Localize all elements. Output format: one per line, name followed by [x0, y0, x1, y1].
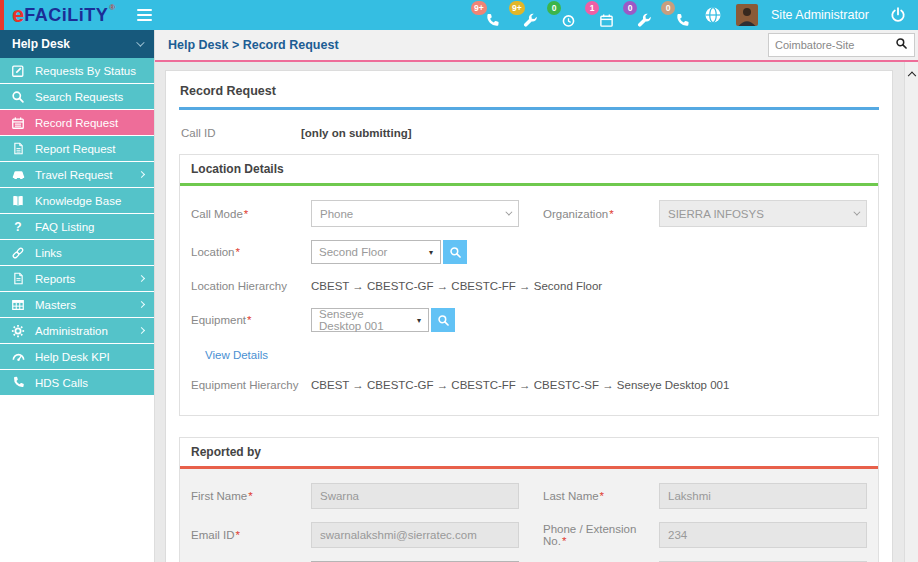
notification-badge: 0 — [661, 1, 675, 15]
sidebar-item-label: Search Requests — [35, 91, 123, 103]
breadcrumb: Help Desk > Record Request — [168, 38, 339, 52]
table-icon — [10, 297, 26, 313]
sidebar-item-masters[interactable]: Masters — [0, 292, 154, 317]
calendar-icon — [10, 115, 26, 131]
top-header-bar: eFACiLiTY® 9+ 9+ 0 1 — [0, 0, 918, 30]
email-field[interactable] — [311, 522, 519, 548]
caret-down-icon — [417, 316, 421, 325]
chevron-down-icon — [136, 38, 144, 46]
location-label: Location — [191, 246, 311, 258]
section-title: Location Details — [180, 155, 878, 186]
email-phone-row: Email ID Phone / Extension No. — [191, 522, 867, 548]
efacility-app: eFACiLiTY® 9+ 9+ 0 1 — [0, 0, 918, 562]
first-name-field[interactable] — [311, 483, 519, 509]
scrollbar[interactable] — [904, 62, 918, 562]
sidebar-item-help-desk-kpi[interactable]: Help Desk KPI — [0, 344, 154, 369]
site-search-box — [768, 33, 915, 57]
notification-badge: 1 — [585, 1, 599, 15]
search-icon — [10, 89, 26, 105]
registered-mark: ® — [109, 4, 115, 12]
call-mode-select[interactable]: Phone — [311, 200, 519, 227]
hamburger-menu-icon[interactable] — [137, 6, 152, 24]
chevron-right-icon — [138, 301, 145, 308]
chevron-right-icon — [138, 171, 145, 178]
sidebar-item-label: Record Request — [35, 117, 118, 129]
file-icon — [10, 271, 26, 287]
search-icon[interactable] — [895, 36, 908, 54]
notification-badge: 0 — [623, 1, 637, 15]
location-row: Location Second Floor — [191, 240, 867, 264]
site-search-input[interactable] — [775, 39, 895, 51]
sidebar-item-label: HDS Calls — [35, 377, 88, 389]
car-icon — [10, 167, 26, 183]
view-details-link[interactable]: View Details — [205, 349, 268, 361]
sidebar-item-hds-calls[interactable]: HDS Calls — [0, 370, 154, 395]
question-icon: ? — [10, 219, 26, 235]
sidebar-item-label: FAQ Listing — [35, 221, 94, 233]
header-actions: 9+ 9+ 0 1 0 — [475, 3, 918, 28]
work-orders-notification[interactable]: 9+ — [513, 3, 538, 28]
sidebar-module-label: Help Desk — [12, 37, 70, 51]
equipment-combo[interactable]: Senseye Desktop 001 — [311, 308, 429, 332]
sidebar-item-label: Requests By Status — [35, 65, 136, 77]
sidebar-item-label: Help Desk KPI — [35, 351, 110, 363]
notification-badge: 0 — [547, 1, 561, 15]
page-title: Record Request — [179, 81, 879, 110]
location-hierarchy-row: Location Hierarchy CBEST → CBESTC-GF → C… — [191, 277, 867, 295]
sidebar-item-report-request[interactable]: Report Request — [0, 136, 154, 161]
sidebar-item-links[interactable]: Links — [0, 240, 154, 265]
book-icon — [10, 193, 26, 209]
calendar-notification[interactable]: 1 — [589, 3, 614, 28]
phone-extension-field[interactable] — [659, 522, 867, 548]
location-details-section: Location Details Call Mode Phone Organiz… — [179, 154, 879, 416]
power-icon[interactable] — [890, 7, 906, 23]
name-row: First Name Last Name — [191, 483, 867, 509]
view-details-row: View Details — [191, 345, 867, 363]
first-name-label: First Name — [191, 490, 311, 502]
scroll-up-arrow[interactable] — [908, 72, 916, 80]
breadcrumb-bar: Help Desk > Record Request — [155, 30, 918, 62]
sidebar-item-travel-request[interactable]: Travel Request — [0, 162, 154, 187]
user-name[interactable]: Site Administrator — [771, 8, 869, 22]
call-mode-label: Call Mode — [191, 208, 311, 220]
last-name-field[interactable] — [659, 483, 867, 509]
user-avatar[interactable] — [736, 4, 758, 26]
edit-icon — [10, 63, 26, 79]
sidebar-item-administration[interactable]: Administration — [0, 318, 154, 343]
chevron-right-icon — [138, 275, 145, 282]
organization-select[interactable]: SIERRA INFOSYS — [659, 200, 867, 227]
call-id-label: Call ID — [181, 127, 301, 139]
calls-notification[interactable]: 0 — [665, 3, 690, 28]
location-search-button[interactable] — [443, 240, 467, 264]
equipment-row: Equipment Senseye Desktop 001 — [191, 308, 867, 332]
equipment-search-button[interactable] — [431, 308, 455, 332]
brand-accent-strip — [0, 0, 4, 30]
location-hierarchy-value: CBEST → CBESTC-GF → CBESTC-FF → Second F… — [311, 280, 602, 292]
phone-icon — [10, 375, 26, 391]
gears-icon — [10, 323, 26, 339]
equipment-hierarchy-row: Equipment Hierarchy CBEST → CBESTC-GF → … — [191, 376, 867, 394]
sidebar-item-knowledge-base[interactable]: Knowledge Base — [0, 188, 154, 213]
call-mode-organization-row: Call Mode Phone Organization SIERRA INFO… — [191, 200, 867, 227]
helpdesk-calls-notification[interactable]: 9+ — [475, 3, 500, 28]
sidebar-module-selector[interactable]: Help Desk — [0, 30, 154, 58]
sidebar-item-label: Travel Request — [35, 169, 113, 181]
equipment-label: Equipment — [191, 314, 311, 326]
sidebar-item-faq-listing[interactable]: ? FAQ Listing — [0, 214, 154, 239]
chevron-down-icon — [853, 209, 860, 216]
sidebar-item-record-request[interactable]: Record Request — [0, 110, 154, 135]
sidebar-item-reports[interactable]: Reports — [0, 266, 154, 291]
maintenance-notification[interactable]: 0 — [627, 3, 652, 28]
chevron-right-icon — [138, 327, 145, 334]
logo-e: e — [12, 4, 24, 26]
reported-by-section: Reported by First Name Last Name Email I… — [179, 437, 879, 562]
globe-icon[interactable] — [703, 5, 723, 25]
location-combo[interactable]: Second Floor — [311, 240, 441, 264]
sidebar-item-search-requests[interactable]: Search Requests — [0, 84, 154, 109]
pending-timer-notification[interactable]: 0 — [551, 3, 576, 28]
equipment-hierarchy-label: Equipment Hierarchy — [191, 379, 311, 391]
sidebar: Help Desk Requests By Status Search Requ… — [0, 30, 155, 562]
sidebar-item-requests-by-status[interactable]: Requests By Status — [0, 58, 154, 83]
main-content: Record Request Call ID [only on submitti… — [155, 62, 918, 562]
report-icon — [10, 141, 26, 157]
